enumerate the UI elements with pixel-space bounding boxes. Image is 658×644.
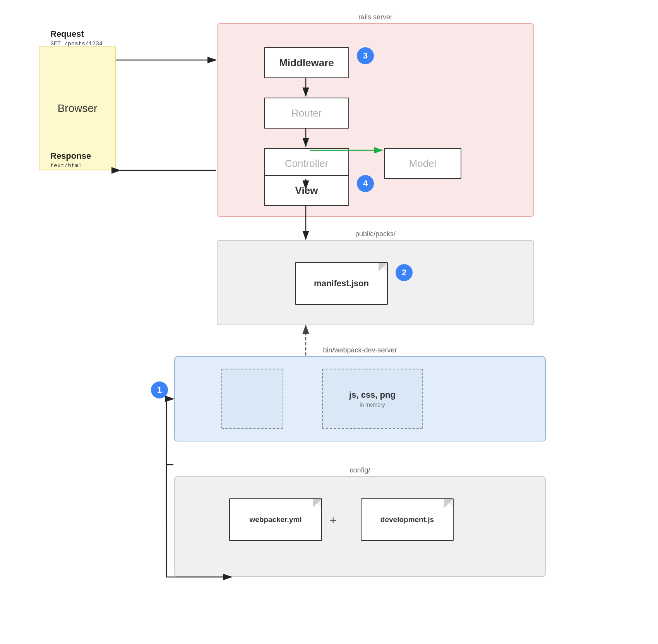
manifest-box: manifest.json [295, 262, 388, 305]
router-label: Router [291, 107, 322, 119]
request-label: Request [50, 29, 84, 39]
view-box: View [264, 175, 349, 206]
middleware-label: Middleware [279, 57, 334, 69]
development-box: development.js [361, 498, 454, 541]
controller-box: Controller [264, 148, 349, 179]
rails-server-box: rails server Middleware Router Controlle… [217, 23, 534, 217]
browser-label: Browser [58, 102, 98, 115]
plus-sign: + [330, 514, 337, 527]
webpack-assets-box: js, css, png in memory [322, 369, 423, 429]
middleware-box: Middleware [264, 47, 349, 78]
public-packs-box: public/packs/ manifest.json 2 [217, 240, 534, 325]
webpack-assets-sublabel: in memory [360, 402, 385, 408]
badge-1: 1 [151, 381, 168, 398]
public-packs-label: public/packs/ [355, 230, 396, 238]
webpacker-box: webpacker.yml [229, 498, 322, 541]
webpacker-corner [313, 499, 321, 508]
badge-2: 2 [396, 264, 413, 281]
webpacker-label: webpacker.yml [249, 515, 302, 524]
response-sublabel: text/html [50, 163, 82, 169]
development-label: development.js [380, 515, 434, 524]
badge-4: 4 [357, 175, 374, 192]
controller-label: Controller [285, 158, 329, 170]
rails-server-label: rails server [358, 13, 392, 21]
model-label: Model [409, 158, 437, 170]
manifest-label: manifest.json [314, 278, 369, 289]
request-sublabel: GET /posts/1234 [50, 41, 103, 47]
diagram-container: Browser Request GET /posts/1234 Response… [0, 0, 658, 644]
model-box: Model [384, 148, 461, 179]
webpack-box: bin/webpack-dev-server js, css, png in m… [174, 356, 546, 441]
webpack-label: bin/webpack-dev-server [323, 346, 397, 354]
manifest-file-corner [379, 263, 387, 271]
view-label: View [295, 185, 318, 197]
webpack-blank-file [221, 369, 283, 429]
webpack-assets-label: js, css, png [349, 390, 396, 400]
response-label: Response [50, 151, 91, 161]
badge-3: 3 [357, 47, 374, 64]
config-box: config/ webpacker.yml + development.js [174, 476, 546, 577]
router-box: Router [264, 98, 349, 129]
config-label: config/ [350, 466, 370, 474]
